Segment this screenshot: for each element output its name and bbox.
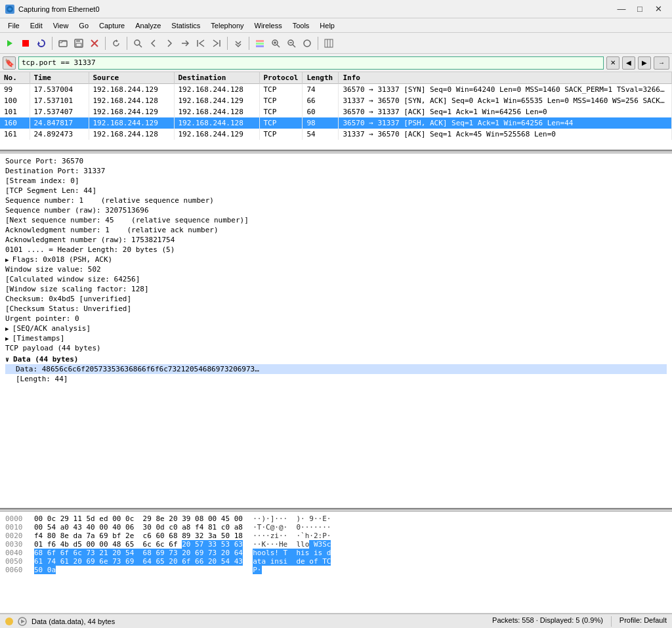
- menu-item-capture[interactable]: Capture: [94, 20, 130, 31]
- statusbar: Data (data.data), 44 bytes Packets: 558 …: [0, 614, 672, 628]
- detail-line-6[interactable]: [Next sequence number: 45 (relative sequ…: [5, 215, 667, 225]
- detail-line-13[interactable]: [Window size scaling factor: 128]: [5, 284, 667, 294]
- detail-line-8[interactable]: Acknowledgment number (raw): 1753821754: [5, 235, 667, 245]
- detail-line-2[interactable]: [Stream index: 0]: [5, 176, 667, 186]
- hex-bytes[interactable]: 01 f6 4b d5 00 00 48 65 6c 6c 6f 20 57 3…: [34, 540, 244, 549]
- detail-line-22[interactable]: [Length: 44]: [5, 374, 667, 384]
- hex-offset: 0030: [5, 540, 32, 549]
- reload-file-button[interactable]: [109, 36, 123, 51]
- close-file-button[interactable]: [87, 36, 102, 51]
- data-info: Data (data.data), 44 bytes: [32, 618, 115, 625]
- start-capture-button[interactable]: [3, 36, 17, 51]
- filter-back-button[interactable]: ◀: [622, 56, 635, 70]
- detail-line-5[interactable]: Sequence number (raw): 3207513696: [5, 205, 667, 215]
- col-no[interactable]: No.: [0, 72, 30, 84]
- autoscroll-button[interactable]: [231, 36, 245, 51]
- detail-line-11[interactable]: Window size value: 502: [5, 264, 667, 274]
- col-info[interactable]: Info: [339, 72, 672, 84]
- hex-bytes[interactable]: 00 0c 29 11 5d ed 00 0c 29 8e 20 39 08 0…: [34, 514, 244, 523]
- menu-item-statistics[interactable]: Statistics: [166, 20, 205, 31]
- close-button[interactable]: ✕: [650, 3, 667, 16]
- detail-line-12[interactable]: [Calculated window size: 64256]: [5, 274, 667, 284]
- detail-line-7[interactable]: Acknowledgment number: 1 (relative ack n…: [5, 225, 667, 235]
- svg-marker-3: [38, 41, 40, 45]
- detail-line-20[interactable]: ∨ Data (44 bytes): [5, 354, 667, 364]
- detail-line-1[interactable]: Destination Port: 31337: [5, 166, 667, 176]
- table-row[interactable]: 9917.537004192.168.244.129192.168.244.12…: [0, 84, 672, 96]
- hex-bytes[interactable]: 00 54 a0 43 40 00 40 06 30 0d c0 a8 f4 8…: [34, 523, 244, 532]
- col-length[interactable]: Length: [303, 72, 339, 84]
- table-row[interactable]: 10017.537101192.168.244.128192.168.244.1…: [0, 95, 672, 106]
- stop-capture-button[interactable]: [18, 36, 33, 51]
- detail-line-17[interactable]: [SEQ/ACK analysis]: [5, 324, 667, 333]
- hex-bytes[interactable]: 50 0a: [34, 566, 244, 574]
- go-first-button[interactable]: [194, 36, 208, 51]
- cell-no: 100: [0, 95, 30, 106]
- detail-line-21[interactable]: Data: 48656c6c6f20573353636866f6f6c73212…: [5, 364, 667, 374]
- restart-capture-button[interactable]: [34, 36, 49, 51]
- filter-bookmark-button[interactable]: 🔖: [3, 56, 16, 70]
- hex-space: [244, 523, 253, 532]
- col-source[interactable]: Source: [89, 72, 174, 84]
- hex-row-6: 006050 0a P·: [5, 566, 667, 574]
- menu-item-help[interactable]: Help: [314, 20, 340, 31]
- menu-item-wireless[interactable]: Wireless: [249, 20, 287, 31]
- zoom-in-button[interactable]: [268, 36, 283, 51]
- col-protocol[interactable]: Protocol: [259, 72, 303, 84]
- detail-line-15[interactable]: [Checksum Status: Unverified]: [5, 304, 667, 314]
- hex-space: [244, 566, 253, 574]
- col-time[interactable]: Time: [30, 72, 89, 84]
- hex-ascii: ····zi·· ·`h·2:P·: [253, 532, 331, 540]
- filter-forward-button[interactable]: ▶: [638, 56, 651, 70]
- menu-item-edit[interactable]: Edit: [25, 20, 48, 31]
- filter-apply-button[interactable]: →: [654, 56, 669, 70]
- detail-line-0[interactable]: Source Port: 36570: [5, 156, 667, 166]
- menu-item-telephony[interactable]: Telephony: [205, 20, 249, 31]
- zoom-out-button[interactable]: [284, 36, 299, 51]
- col-destination[interactable]: Destination: [174, 72, 259, 84]
- save-file-button[interactable]: [72, 36, 86, 51]
- svg-marker-1: [7, 40, 12, 47]
- menu-item-analyze[interactable]: Analyze: [130, 20, 166, 31]
- detail-line-18[interactable]: [Timestamps]: [5, 333, 667, 343]
- filter-input[interactable]: [18, 56, 604, 70]
- hex-ascii: ··K···He llo W3Sc: [253, 540, 331, 549]
- go-to-packet-button[interactable]: [178, 36, 192, 51]
- detail-line-14[interactable]: Checksum: 0x4bd5 [unverified]: [5, 294, 667, 304]
- minimize-button[interactable]: —: [613, 3, 630, 16]
- go-forward-button[interactable]: [162, 36, 177, 51]
- detail-line-3[interactable]: [TCP Segment Len: 44]: [5, 186, 667, 196]
- detail-line-16[interactable]: Urgent pointer: 0: [5, 314, 667, 324]
- table-row[interactable]: 16024.847817192.168.244.129192.168.244.1…: [0, 117, 672, 129]
- cell-time: 17.537101: [30, 95, 89, 106]
- hex-bytes[interactable]: f4 80 8e da 7a 69 bf 2e c6 60 68 89 32 3…: [34, 532, 244, 540]
- detail-line-19[interactable]: TCP payload (44 bytes): [5, 343, 667, 353]
- cell-dst: 192.168.244.128: [174, 117, 259, 129]
- hex-row-3: 003001 f6 4b d5 00 00 48 65 6c 6c 6f 20 …: [5, 540, 667, 549]
- go-last-button[interactable]: [209, 36, 224, 51]
- find-packet-button[interactable]: [131, 36, 145, 51]
- zoom-normal-button[interactable]: [300, 36, 314, 51]
- detail-line-10[interactable]: Flags: 0x018 (PSH, ACK): [5, 255, 667, 264]
- hex-ascii: ·T·C@·@· 0·······: [253, 523, 331, 532]
- detail-line-4[interactable]: Sequence number: 1 (relative sequence nu…: [5, 196, 667, 205]
- menu-item-file[interactable]: File: [3, 20, 25, 31]
- resize-columns-button[interactable]: [322, 36, 336, 51]
- status-divider: [611, 616, 612, 627]
- colorize-button[interactable]: [253, 36, 267, 51]
- hex-row-4: 004068 6f 6f 6c 73 21 20 54 68 69 73 20 …: [5, 549, 667, 557]
- menu-item-go[interactable]: Go: [74, 20, 94, 31]
- hex-bytes[interactable]: 61 74 61 20 69 6e 73 69 64 65 20 6f 66 2…: [34, 557, 244, 566]
- detail-line-9[interactable]: 0101 .... = Header Length: 20 bytes (5): [5, 245, 667, 255]
- filter-clear-button[interactable]: ✕: [606, 56, 620, 70]
- hex-bytes[interactable]: 68 6f 6f 6c 73 21 20 54 68 69 73 20 69 7…: [34, 549, 244, 557]
- svg-marker-28: [21, 619, 25, 623]
- table-row[interactable]: 16124.892473192.168.244.128192.168.244.1…: [0, 129, 672, 140]
- maximize-button[interactable]: □: [631, 3, 648, 16]
- go-back-button[interactable]: [146, 36, 161, 51]
- open-file-button[interactable]: [56, 36, 70, 51]
- table-row[interactable]: 10117.537407192.168.244.129192.168.244.1…: [0, 106, 672, 117]
- menu-item-tools[interactable]: Tools: [287, 20, 315, 31]
- menu-item-view[interactable]: View: [48, 20, 74, 31]
- menubar: FileEditViewGoCaptureAnalyzeStatisticsTe…: [0, 18, 672, 33]
